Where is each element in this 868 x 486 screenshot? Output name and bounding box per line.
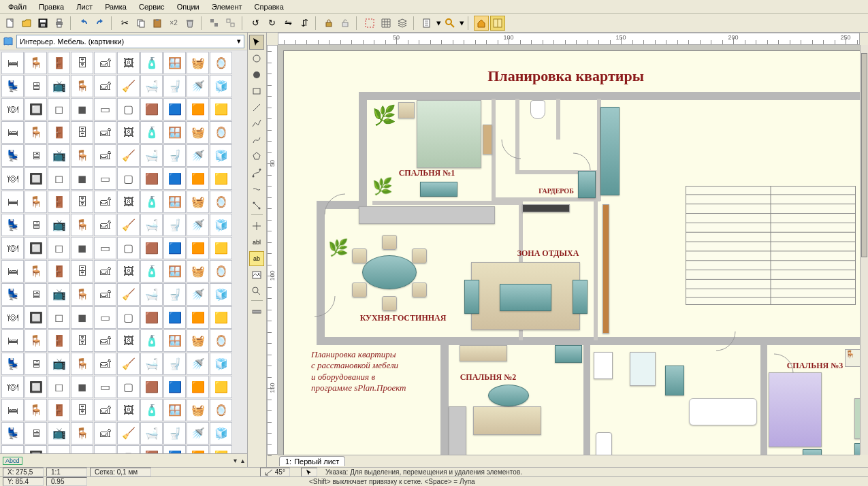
text-tool-icon[interactable]: ab [249, 251, 264, 266]
library-item[interactable]: 🛁 [140, 422, 163, 444]
library-item[interactable]: ▢ [117, 167, 140, 190]
duplicate-icon[interactable]: ×2 [166, 16, 181, 31]
library-item[interactable]: 💺 [1, 75, 24, 97]
library-item[interactable]: 🟨 [210, 237, 232, 259]
library-item[interactable]: 🧺 [187, 52, 209, 74]
library-item[interactable]: ◻ [48, 237, 70, 259]
library-item[interactable]: 🍽 [1, 98, 24, 120]
library-item[interactable]: 🟧 [187, 376, 209, 398]
group-icon[interactable] [207, 16, 222, 31]
ungroup-icon[interactable] [223, 16, 238, 31]
library-item[interactable]: 🟧 [187, 237, 209, 259]
library-item[interactable]: 🪑 [25, 399, 47, 421]
library-item[interactable]: 🛋 [94, 144, 116, 167]
library-item[interactable]: 🧊 [210, 144, 232, 167]
library-item[interactable]: 🟫 [140, 306, 163, 329]
library-item[interactable]: 🗄 [71, 191, 93, 213]
library-item[interactable]: 🖼 [117, 329, 140, 352]
library-item[interactable]: 🛋 [94, 191, 116, 213]
save-file-icon[interactable] [35, 16, 50, 31]
library-item[interactable]: ◼ [71, 445, 93, 453]
zoom-dropdown-icon[interactable]: ▾ [459, 16, 464, 31]
library-item[interactable]: 🪑 [25, 121, 47, 144]
library-item[interactable]: 🧺 [187, 329, 209, 352]
library-item[interactable]: 🧹 [117, 353, 140, 375]
menu-help[interactable]: Справка [249, 1, 289, 12]
library-item[interactable]: 🧊 [210, 75, 232, 97]
library-item[interactable]: 🟨 [210, 98, 232, 120]
library-item[interactable]: 🔲 [25, 445, 47, 453]
menu-sheet[interactable]: Лист [71, 1, 98, 12]
delete-icon[interactable] [182, 16, 197, 31]
polyline-tool-icon[interactable] [249, 116, 264, 131]
library-item[interactable]: 🪑 [25, 329, 47, 352]
library-item[interactable]: 🖥 [25, 353, 47, 375]
library-item[interactable]: 🧴 [140, 121, 163, 144]
flip-v-icon[interactable]: ⇵ [297, 16, 312, 31]
image-tool-icon[interactable] [249, 268, 264, 282]
library-item[interactable]: 🧹 [117, 214, 140, 236]
library-item[interactable]: 🪞 [210, 121, 232, 144]
text-label-tool-icon[interactable]: abl [249, 235, 264, 250]
library-item[interactable]: ◼ [71, 376, 93, 398]
library-item[interactable]: 🪟 [163, 191, 186, 213]
library-item[interactable]: 🧴 [140, 260, 163, 282]
library-item[interactable]: 🗄 [71, 52, 93, 74]
library-item[interactable]: 🚿 [187, 422, 209, 444]
library-item[interactable]: ▢ [117, 237, 140, 259]
library-item[interactable]: 🚿 [187, 75, 209, 97]
library-item[interactable]: 🟦 [163, 445, 186, 453]
print-icon[interactable] [52, 16, 67, 31]
library-item[interactable]: 🖼 [117, 191, 140, 213]
ellipse-filled-icon[interactable] [249, 67, 264, 82]
library-item[interactable]: 🚽 [163, 75, 186, 97]
library-item[interactable]: 🪑 [25, 260, 47, 282]
open-file-icon[interactable] [19, 16, 34, 31]
library-item[interactable]: 🧺 [187, 399, 209, 421]
library-item[interactable]: 🛋 [94, 260, 116, 282]
view-split-icon[interactable] [490, 16, 505, 31]
paste-icon[interactable] [150, 16, 165, 31]
library-item[interactable]: 🟨 [210, 306, 232, 329]
library-item[interactable]: ▭ [94, 306, 116, 329]
library-item[interactable]: ◼ [71, 306, 93, 329]
menu-element[interactable]: Элемент [206, 1, 248, 12]
freeform-tool-icon[interactable] [249, 182, 264, 197]
library-item[interactable]: ▢ [117, 306, 140, 329]
library-item[interactable]: 🧹 [117, 144, 140, 167]
library-item[interactable]: 🪟 [163, 399, 186, 421]
library-item[interactable]: 🟧 [187, 167, 209, 190]
library-item[interactable]: 🪑 [71, 75, 93, 97]
library-item[interactable]: 🚽 [163, 214, 186, 236]
library-item[interactable]: ◻ [48, 306, 70, 329]
pointer-tool-icon[interactable] [249, 35, 264, 50]
library-item[interactable]: 🛋 [94, 353, 116, 375]
library-item[interactable]: 🚪 [48, 52, 70, 74]
line-tool-icon[interactable] [249, 100, 264, 115]
library-item[interactable]: 🚪 [48, 399, 70, 421]
unlock-icon[interactable] [338, 16, 353, 31]
library-item[interactable]: ◻ [48, 376, 70, 398]
library-item[interactable]: 🧺 [187, 191, 209, 213]
library-item[interactable]: 🪞 [210, 191, 232, 213]
library-item[interactable]: 🗄 [71, 121, 93, 144]
library-item[interactable]: 🚪 [48, 260, 70, 282]
zoom-tool-icon[interactable] [249, 284, 264, 299]
library-item[interactable]: 🍽 [1, 445, 24, 453]
library-item[interactable]: 🚽 [163, 144, 186, 167]
polygon-tool-icon[interactable] [249, 149, 264, 164]
library-item[interactable]: 🛋 [94, 214, 116, 236]
library-item[interactable]: 🟧 [187, 98, 209, 120]
library-item[interactable]: 🟫 [140, 98, 163, 120]
library-item[interactable]: ▢ [117, 445, 140, 453]
library-item[interactable]: 🟦 [163, 98, 186, 120]
library-item[interactable]: 🟨 [210, 445, 232, 453]
library-item[interactable]: 🚿 [187, 283, 209, 306]
rect-tool-icon[interactable] [249, 84, 264, 99]
library-item[interactable]: 🔲 [25, 167, 47, 190]
ellipse-hollow-icon[interactable] [249, 51, 264, 66]
library-item[interactable]: 🪞 [210, 399, 232, 421]
library-item[interactable]: 🪑 [71, 144, 93, 167]
measure-tool-icon[interactable] [249, 304, 264, 319]
library-item[interactable]: 💺 [1, 353, 24, 375]
